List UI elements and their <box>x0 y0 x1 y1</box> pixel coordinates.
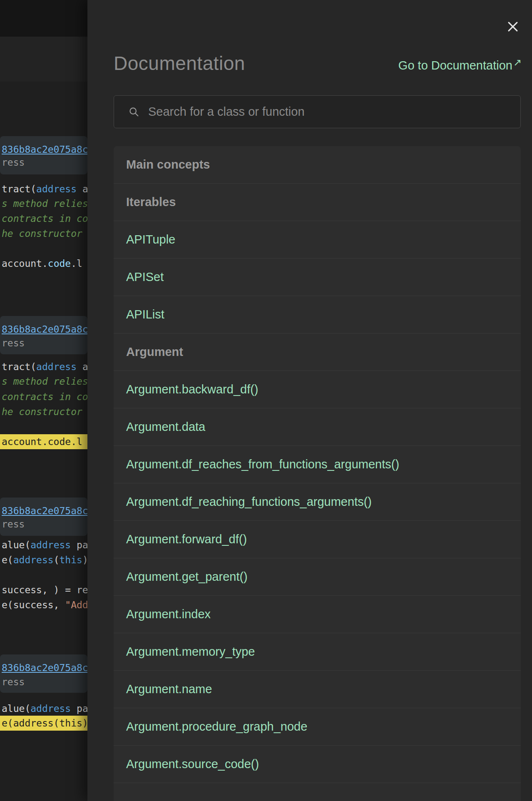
search-box[interactable] <box>114 95 521 128</box>
code-token: 836b8ac2e075a8c <box>2 662 87 673</box>
code-token: s method relies <box>2 376 87 387</box>
code-line: 836b8ac2e075a8c <box>0 660 87 675</box>
code-line: alue(address pa <box>0 537 87 552</box>
list-item[interactable]: APISet <box>114 259 521 296</box>
list-item[interactable]: Argument.source_code() <box>114 746 521 783</box>
code-token: 836b8ac2e075a8c <box>2 324 87 335</box>
list-item[interactable]: Argument.forward_df() <box>114 521 521 558</box>
code-line: e(address(this) <box>0 552 87 567</box>
code-token: a <box>77 184 87 194</box>
code-token: this <box>60 555 82 565</box>
code-token: ress <box>2 519 25 530</box>
code-token: account.code.l <box>2 436 82 447</box>
code-token: ress <box>2 338 25 348</box>
code-line: tract(address a <box>0 359 87 374</box>
code-token: ress <box>2 677 25 687</box>
code-line: tract(address a <box>0 182 87 197</box>
code-token: address <box>13 555 54 565</box>
code-token: "Add <box>65 600 87 610</box>
documentation-panel: Documentation Go to Documentation↗ Main … <box>87 0 532 801</box>
code-line: 836b8ac2e075a8c <box>0 322 87 337</box>
panel-title: Documentation <box>114 52 245 75</box>
code-line: ress <box>0 336 87 351</box>
editor-tab-strip <box>0 37 87 82</box>
list-item[interactable]: APIList <box>114 296 521 333</box>
code-token: address <box>36 361 77 372</box>
search-input[interactable] <box>148 96 520 128</box>
code-line: he constructor <box>0 226 87 241</box>
code-line: ress <box>0 517 87 532</box>
code-token: .l <box>71 258 82 269</box>
code-line: contracts in co <box>0 211 87 226</box>
code-token: tract( <box>2 361 36 372</box>
list-item[interactable]: Argument.df_reaching_functions_arguments… <box>114 483 521 521</box>
list-item[interactable]: Argument.df_reaches_from_functions_argum… <box>114 446 521 483</box>
code-line: s method relies <box>0 374 87 389</box>
code-token: he constructor <box>2 228 82 239</box>
code-token: a <box>77 361 87 372</box>
code-token: ( <box>54 555 60 565</box>
code-line-search-match: e(address(this) <box>0 716 87 731</box>
code-line: 836b8ac2e075a8c <box>0 503 87 518</box>
code-line: ress <box>0 674 87 689</box>
code-token: alue( <box>2 540 30 550</box>
list-item[interactable]: Argument.name <box>114 671 521 708</box>
list-item[interactable]: APITuple <box>114 221 521 259</box>
code-token: pa <box>71 703 87 714</box>
code-token: alue( <box>2 703 30 714</box>
code-line: alue(address pa <box>0 701 87 716</box>
go-to-documentation-label: Go to Documentation <box>398 59 512 72</box>
code-token: he constructor <box>2 406 82 417</box>
go-to-documentation-link[interactable]: Go to Documentation↗ <box>398 59 521 72</box>
list-item[interactable]: Argument.backward_df() <box>114 371 521 408</box>
code-token: e( <box>2 555 13 565</box>
code-token: pa <box>71 540 87 550</box>
code-token: 836b8ac2e075a8c <box>2 144 87 155</box>
code-token: 836b8ac2e075a8c <box>2 505 87 516</box>
list-item[interactable]: Argument.get_parent() <box>114 558 521 596</box>
code-token: e(address(this) <box>2 718 87 729</box>
code-editor: 836b8ac2e075a8cresstract(address as meth… <box>0 0 87 801</box>
code-token: address <box>30 540 71 550</box>
code-token: address <box>30 703 71 714</box>
list-item[interactable]: Argument.procedure_graph_node <box>114 708 521 746</box>
search-icon <box>128 106 140 118</box>
code-token: contracts in co <box>2 213 87 224</box>
code-token: code <box>48 258 71 269</box>
code-token: s method relies <box>2 198 87 209</box>
editor-header-strip <box>0 0 87 37</box>
close-icon <box>506 20 520 34</box>
section-header: Main concepts <box>114 146 521 184</box>
code-line: success, ) = re <box>0 582 87 597</box>
list-item[interactable]: Argument.data <box>114 408 521 446</box>
code-line: he constructor <box>0 404 87 419</box>
code-token: address <box>36 184 77 194</box>
code-token: ress <box>2 157 25 168</box>
code-token: ) <box>82 555 87 565</box>
external-link-icon: ↗ <box>513 57 522 68</box>
list-item[interactable]: Argument.index <box>114 596 521 633</box>
section-header: Argument <box>114 333 521 371</box>
list-item[interactable]: Argument.memory_type <box>114 633 521 671</box>
code-line: account.code.l <box>0 256 87 271</box>
doc-list: Main conceptsIterablesAPITupleAPISetAPIL… <box>114 146 521 801</box>
code-token: contracts in co <box>2 391 87 402</box>
code-token: success, ) = re <box>2 585 87 595</box>
code-line: ress <box>0 155 87 170</box>
code-token: tract( <box>2 184 36 194</box>
code-line-search-match: account.code.l <box>0 434 87 449</box>
code-token: account <box>2 258 42 269</box>
close-button[interactable] <box>503 17 523 37</box>
code-token: . <box>42 258 48 269</box>
code-line: e(success, "Add <box>0 597 87 612</box>
code-line: s method relies <box>0 196 87 211</box>
code-line: contracts in co <box>0 389 87 404</box>
code-token: e(success, <box>2 600 65 610</box>
section-header: Iterables <box>114 184 521 221</box>
